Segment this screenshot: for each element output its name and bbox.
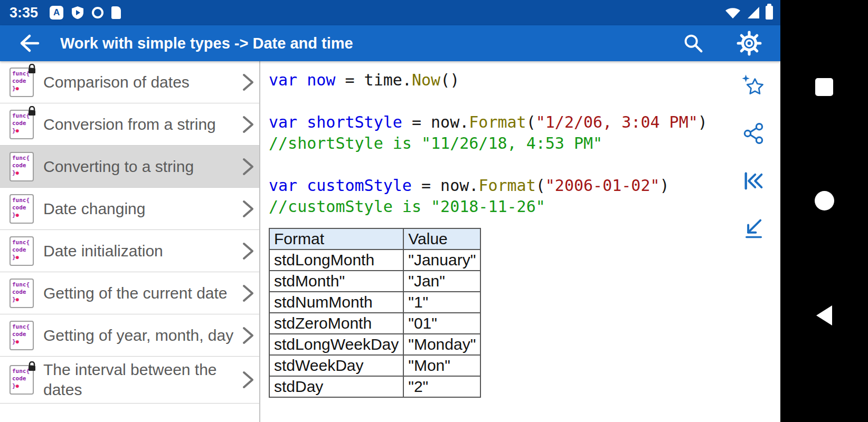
- func-icon-line3: }: [12, 254, 16, 261]
- code-line: var customStyle = now.Format("2006-01-02…: [269, 175, 780, 196]
- favorite-star-icon[interactable]: [741, 74, 766, 98]
- status-time: 3:35: [10, 5, 38, 21]
- func-icon-line2: code: [12, 162, 26, 169]
- chevron-right-icon: [241, 326, 255, 345]
- content-row: func{ code }● Comparison of dates func{ …: [0, 61, 780, 422]
- chevron-right-icon: [241, 73, 255, 92]
- func-code-icon: func{ code }●: [10, 152, 34, 181]
- android-nav-bar: [780, 0, 868, 422]
- jump-to-bottom-icon[interactable]: [741, 216, 766, 241]
- sidebar-item[interactable]: func{ code }● Conversion from a string: [0, 103, 259, 146]
- func-code-icon: func{ code }●: [10, 194, 34, 224]
- table-row: stdNumMonth"1": [269, 292, 480, 313]
- func-icon-line2: code: [12, 289, 26, 295]
- wifi-icon: [724, 6, 741, 20]
- func-code-icon: func{ code }●: [10, 68, 34, 97]
- translate-icon: A: [50, 6, 63, 20]
- settings-gear-icon[interactable]: [736, 30, 762, 56]
- share-icon[interactable]: [741, 121, 766, 146]
- recents-square-icon[interactable]: [815, 78, 833, 96]
- signal-icon: [747, 6, 760, 20]
- column-header: Value: [403, 228, 480, 250]
- format-table-body: stdLongMonth"January"stdMonth""Jan"stdNu…: [269, 250, 480, 397]
- func-icon-line1: func{: [12, 197, 30, 204]
- lock-icon: [27, 64, 36, 74]
- back-triangle-icon[interactable]: [816, 305, 832, 325]
- chevron-right-icon: [241, 242, 255, 261]
- sidebar-item-label: Conversion from a string: [43, 114, 239, 135]
- code-line: [269, 91, 780, 112]
- func-icon-line1: func{: [12, 323, 30, 330]
- table-row: stdZeroMonth"01": [269, 313, 480, 334]
- table-row: stdDay"2": [269, 376, 480, 397]
- main-column: 3:35 A: [0, 0, 780, 422]
- format-table-head-row: FormatValue: [269, 228, 480, 250]
- sidebar-item[interactable]: func{ code }● Getting of year, month, da…: [0, 314, 259, 357]
- func-icon-line1: func{: [12, 155, 30, 161]
- code-line: //shortStyle is "11/26/18, 4:53 PM": [269, 133, 780, 154]
- format-table: FormatValue stdLongMonth"January"stdMont…: [269, 228, 481, 398]
- func-code-icon: func{ code }●: [10, 365, 34, 395]
- chevron-right-icon: [241, 370, 255, 389]
- column-header: Format: [269, 228, 403, 250]
- chevron-right-icon: [241, 157, 255, 176]
- search-icon[interactable]: [681, 31, 705, 55]
- sidebar-item-label: Converting to a string: [43, 157, 239, 177]
- chevron-right-icon: [241, 115, 255, 134]
- table-row: stdMonth""Jan": [269, 271, 480, 292]
- app-bar: Work with simple types -> Date and time: [0, 25, 780, 61]
- sidebar-item[interactable]: func{ code }● Getting of the current dat…: [0, 272, 259, 314]
- skip-to-start-icon[interactable]: [741, 169, 766, 193]
- sidebar-item-label: Comparison of dates: [43, 72, 239, 92]
- func-icon-line1: func{: [12, 281, 30, 288]
- app-bar-actions: [681, 30, 762, 56]
- func-code-icon: func{ code }●: [10, 110, 34, 139]
- func-icon-line3: }: [12, 382, 16, 389]
- action-rail: [741, 74, 766, 241]
- sidebar-item[interactable]: func{ code }● Date changing: [0, 188, 259, 230]
- code-line: [269, 154, 780, 175]
- sidebar-item[interactable]: func{ code }● The interval between the d…: [0, 357, 259, 404]
- func-icon-line3: }: [12, 127, 16, 134]
- sidebar-item-label: Date changing: [43, 199, 239, 219]
- play-protect-icon: [71, 6, 84, 20]
- func-icon-line3: }: [12, 338, 16, 345]
- sidebar-item[interactable]: func{ code }● Date initialization: [0, 230, 259, 272]
- code-block: var now = time.Now() var shortStyle = no…: [269, 70, 780, 217]
- func-icon-line2: code: [12, 246, 26, 253]
- main-pane: var now = time.Now() var shortStyle = no…: [260, 61, 780, 422]
- func-icon-line2: code: [12, 375, 26, 382]
- sidebar-item[interactable]: func{ code }● Comparison of dates: [0, 61, 259, 103]
- code-line: //customStyle is "2018-11-26": [269, 196, 780, 217]
- func-code-icon: func{ code }●: [10, 236, 34, 266]
- func-icon-line1: func{: [12, 239, 30, 246]
- sidebar-item-label: Getting of year, month, day: [43, 325, 239, 346]
- code-line: var now = time.Now(): [269, 70, 780, 91]
- back-arrow-icon[interactable]: [16, 31, 41, 56]
- app-root: 3:35 A: [0, 0, 868, 422]
- sidebar-list: func{ code }● Comparison of dates func{ …: [0, 61, 260, 422]
- func-icon-line2: code: [12, 120, 26, 127]
- func-code-icon: func{ code }●: [10, 279, 34, 308]
- func-icon-line3: }: [12, 212, 16, 218]
- func-icon-line3: }: [12, 85, 16, 92]
- sidebar-item-label: Date initialization: [43, 241, 239, 261]
- notification-icons: A: [50, 6, 121, 20]
- chevron-right-icon: [241, 199, 255, 218]
- table-row: stdWeekDay"Mon": [269, 355, 480, 376]
- table-row: stdLongMonth"January": [269, 250, 480, 271]
- home-circle-icon[interactable]: [815, 191, 834, 210]
- func-code-icon: func{ code }●: [10, 321, 34, 350]
- func-icon-line2: code: [12, 331, 26, 338]
- page-title: Work with simple types -> Date and time: [60, 35, 353, 52]
- record-ring-icon: [92, 7, 103, 18]
- code-line: var shortStyle = now.Format("1/2/06, 3:0…: [269, 112, 780, 133]
- sidebar-item-label: The interval between the dates: [43, 360, 239, 400]
- lock-icon: [27, 361, 36, 371]
- sidebar-item-label: Getting of the current date: [43, 283, 239, 303]
- func-icon-line2: code: [12, 78, 26, 84]
- sidebar-item[interactable]: func{ code }● Converting to a string: [0, 146, 259, 188]
- table-row: stdLongWeekDay"Monday": [269, 334, 480, 355]
- chevron-right-icon: [241, 284, 255, 303]
- battery-icon: [766, 6, 773, 20]
